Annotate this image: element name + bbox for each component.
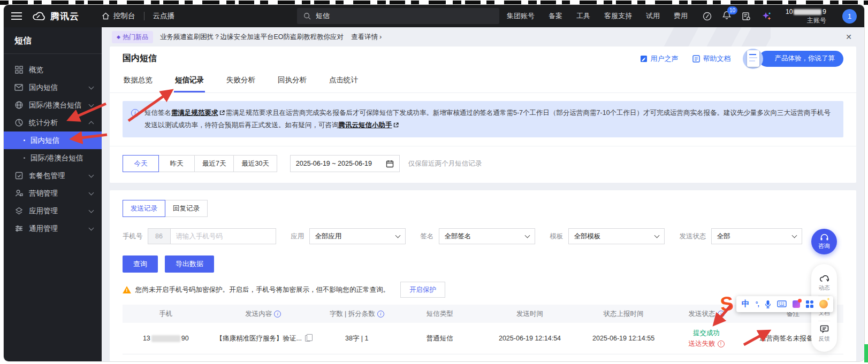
arrow-right-icon: › [379, 33, 382, 41]
product-experience-button[interactable]: 产品体验，你说了算 [759, 51, 844, 67]
preset-yesterday[interactable]: 昨天 [158, 155, 195, 172]
sidebar-subitem-domestic-sms-stats[interactable]: 国内短信 [4, 131, 102, 149]
microphone-icon[interactable] [765, 300, 771, 308]
tab-failure-analysis[interactable]: 失败分析 [225, 71, 256, 92]
menu-group-account[interactable]: 集团账号 [507, 11, 535, 21]
page-header-right: 用户之声 帮助文档 产品体验，你说了算 [640, 51, 844, 67]
sidebar-item-marketing[interactable]: 营销管理 [4, 184, 102, 202]
brand[interactable]: 腾讯云 [32, 10, 79, 22]
query-button[interactable]: 查询 [123, 255, 158, 273]
notifications[interactable]: 10 [722, 11, 731, 21]
consult-float-button[interactable]: 咨询 [811, 229, 837, 254]
console-link[interactable]: 控制台 [102, 11, 135, 21]
send-status-select[interactable]: 全部 [711, 228, 802, 244]
sidebar-subitem-intl-sms-stats[interactable]: 国际/港澳台短信 [4, 149, 102, 167]
redaction-scribbles [0, 1, 868, 5]
page-title: 国内短信 [123, 53, 157, 64]
banner-detail-link[interactable]: 查看详情› [351, 33, 382, 42]
keyboard-icon[interactable] [777, 300, 787, 307]
menu-billing[interactable]: 费用 [674, 11, 688, 21]
cell-type: 普通短信 [397, 334, 483, 343]
tab-data-overview[interactable]: 数据总览 [123, 71, 154, 92]
sidebar-item-package[interactable]: 套餐包管理 [4, 167, 102, 184]
menu-icp[interactable]: 备案 [549, 11, 562, 21]
ime-lang-toggle[interactable]: 中 [742, 299, 750, 309]
hot-product-badge[interactable]: ◆热门新品 [112, 31, 153, 43]
billing-doc-icon[interactable] [742, 12, 751, 21]
sidebar-item-overview[interactable]: 概览 [4, 61, 102, 79]
spec-requirement-link[interactable]: 需满足规范要求 [171, 109, 218, 117]
account-info[interactable]: 109 主账号 [786, 7, 826, 25]
search-text: 短信 [316, 11, 330, 21]
banner-close-icon[interactable]: ✕ [843, 32, 854, 42]
external-link-icon [219, 110, 225, 115]
topbar-icons: 10 [703, 11, 772, 21]
preset-last7days[interactable]: 最近7天 [194, 155, 234, 172]
tool-dynamics[interactable]: 动态 [819, 270, 830, 296]
sidebar-item-intl-sms[interactable]: 国际/港澳台短信 [4, 96, 102, 114]
cloud-icon [819, 274, 829, 283]
signature-select[interactable]: 全部签名 [439, 228, 535, 244]
cell-phone: 1390 [123, 335, 209, 342]
ime-skin-icon[interactable] [793, 300, 800, 308]
banner-decoration [648, 27, 771, 47]
sidebar-item-statistics[interactable]: 统计分析 [4, 114, 102, 131]
search-box[interactable]: 短信 [297, 8, 499, 24]
app-select[interactable]: 全部应用 [309, 228, 406, 244]
preset-today[interactable]: 今天 [123, 155, 159, 172]
tab-reply-records[interactable]: 回复记录 [165, 200, 208, 217]
info-icon[interactable]: i [274, 311, 281, 317]
header-report-time: 状态上报时间 [577, 309, 671, 319]
preset-last30days[interactable]: 最近30天 [233, 155, 277, 172]
ime-toolbox-icon[interactable] [806, 300, 813, 308]
avatar[interactable]: 1 [842, 9, 857, 24]
help-doc-link[interactable]: 帮助文档 [692, 54, 731, 64]
hamburger-menu-icon[interactable] [11, 12, 22, 20]
sidebar-item-general[interactable]: 通用管理 [4, 220, 102, 237]
sidebar: 短信 概览 国内短信 国际/港澳台短信 统计分析 [4, 27, 102, 361]
sidebar-item-domestic-sms[interactable]: 国内短信 [4, 79, 102, 96]
template-select[interactable]: 全部模板 [568, 228, 665, 244]
experience-doc-icon [747, 50, 759, 67]
table-body: 1390 【痛康精准医疗服务】验证... 38字 | 1 普通短信 2025-0… [123, 323, 843, 361]
sms-assistant-link[interactable]: 腾讯云短信小助手 [339, 121, 392, 129]
menu-tools[interactable]: 工具 [576, 11, 590, 21]
document-icon [692, 55, 700, 63]
user-voice-link[interactable]: 用户之声 [640, 54, 679, 64]
app-label: 应用 [291, 232, 304, 241]
status-submit-success: 提交成功 [693, 329, 720, 337]
ai-sparkle-icon[interactable] [762, 11, 772, 21]
calendar-icon [386, 160, 394, 168]
export-button[interactable]: 导出数据 [165, 255, 214, 273]
voice-circle-icon[interactable] [703, 12, 712, 21]
sogou-logo-icon[interactable]: S [719, 293, 734, 314]
tab-sms-records[interactable]: 短信记录 [174, 71, 205, 92]
topbar-right: 集团账号 备案 工具 客服支持 试用 费用 10 109 主账号 1 [507, 7, 857, 25]
sidebar-menu: 概览 国内短信 国际/港澳台短信 统计分析 [4, 54, 102, 237]
ime-punctuation-toggle[interactable]: °, [756, 300, 759, 308]
tab-click-statistics[interactable]: 点击统计 [328, 71, 359, 92]
product-link[interactable]: 云点播 [153, 11, 175, 21]
error-info-icon[interactable]: ! [718, 340, 725, 347]
info-icon[interactable]: i [377, 311, 384, 317]
chevron-down-icon [89, 84, 94, 89]
copy-icon[interactable] [305, 335, 310, 342]
chevron-down-icon [395, 233, 400, 238]
chevron-down-icon [791, 233, 797, 238]
record-type-tabs: 发送记录 回复记录 [123, 200, 843, 217]
date-range-picker[interactable]: 2025-06-19 ~ 2025-06-19 [290, 155, 400, 172]
phone-input[interactable] [170, 228, 276, 244]
header-type: 短信类型 [397, 309, 483, 319]
enable-protection-button[interactable]: 开启保护 [400, 282, 445, 298]
bullet-dot [24, 157, 25, 159]
tab-receipt-analysis[interactable]: 回执分析 [277, 71, 308, 92]
cell-report-time: 2025-06-19 12:14:55 [577, 335, 671, 342]
brand-name: 腾讯云 [50, 10, 79, 22]
menu-trial[interactable]: 试用 [646, 11, 660, 21]
sidebar-item-application[interactable]: 应用管理 [4, 202, 102, 220]
ime-emoji-icon[interactable] [819, 300, 828, 308]
globe-icon [14, 101, 23, 110]
tool-feedback[interactable]: 反馈 [819, 321, 830, 346]
menu-support[interactable]: 客服支持 [604, 11, 632, 21]
tab-send-records[interactable]: 发送记录 [123, 200, 165, 217]
